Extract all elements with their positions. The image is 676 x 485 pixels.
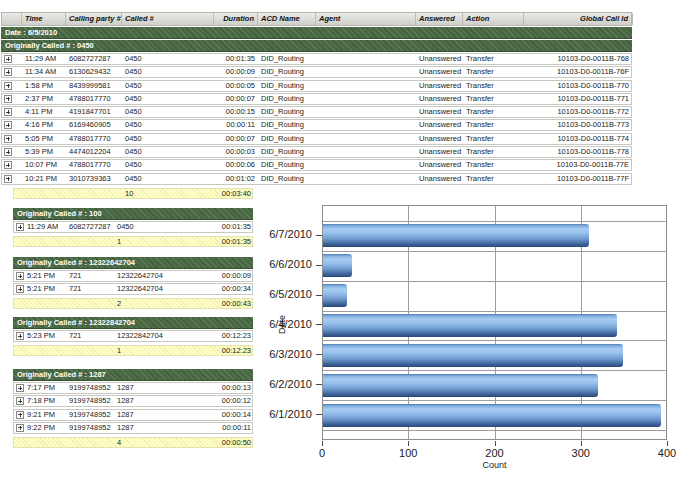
expand-cell xyxy=(2,160,22,170)
expand-icon[interactable] xyxy=(4,55,12,63)
expand-cell xyxy=(14,222,24,232)
cell-called: 1287 xyxy=(114,396,214,406)
expand-icon[interactable] xyxy=(16,424,24,432)
cell-duration: 00:00:15 xyxy=(214,107,258,117)
column-header-global-call-id: Global Call Id xyxy=(524,13,633,25)
cell-called: 0450 xyxy=(122,120,214,130)
cell-answered: Unanswered xyxy=(416,67,463,77)
cell-action: Transfer xyxy=(463,54,524,64)
cell-global-call-id: 10103-D0-0011B-76F xyxy=(524,67,633,77)
cell-agent xyxy=(316,67,416,77)
cell-agent xyxy=(316,174,416,184)
category-label-6-4-2010: 6/4/2010 xyxy=(240,318,312,331)
cell-called: 0450 xyxy=(122,94,214,104)
table-row: 9:21 PM9199748952128700:00:14 xyxy=(13,409,253,421)
horizontal-gridline xyxy=(323,430,666,431)
cell-calling-party: 4788017770 xyxy=(66,134,122,144)
table-row: 5:21 PM7211232264270400:00:09 xyxy=(13,270,253,282)
cell-called: 0450 xyxy=(122,160,214,170)
expand-icon[interactable] xyxy=(4,108,12,116)
summary-spacer xyxy=(14,299,114,308)
cell-action: Transfer xyxy=(463,67,524,77)
cell-acd-name: DID_Routing xyxy=(258,67,316,77)
cell-time: 5:05 PM xyxy=(22,134,66,144)
cell-calling-party: 9199748952 xyxy=(66,410,114,420)
bar-6-6-2010 xyxy=(323,254,352,277)
y-axis-tick xyxy=(316,324,322,325)
expand-cell xyxy=(14,284,24,294)
cell-duration: 00:00:07 xyxy=(214,94,258,104)
cell-global-call-id: 10103-D0-0011B-773 xyxy=(524,120,633,130)
expand-icon[interactable] xyxy=(4,68,12,76)
x-tick-label-0: 0 xyxy=(300,447,344,459)
cell-time: 5:23 PM xyxy=(24,331,66,341)
cell-time: 5:39 PM xyxy=(22,147,66,157)
cell-global-call-id: 10103-D0-0011B-772 xyxy=(524,107,633,117)
cell-calling-party: 9199748952 xyxy=(66,383,114,393)
expand-icon[interactable] xyxy=(4,161,12,169)
cell-called: 0450 xyxy=(122,107,214,117)
expand-icon[interactable] xyxy=(4,121,12,129)
cell-answered: Unanswered xyxy=(416,134,463,144)
cell-calling-party: 6082727287 xyxy=(66,222,114,232)
table-row: 11:29 AM6082727287045000:01:35 xyxy=(13,221,253,233)
cell-agent xyxy=(316,54,416,64)
expand-icon[interactable] xyxy=(4,135,12,143)
cell-time: 10:21 PM xyxy=(22,174,66,184)
cell-action: Transfer xyxy=(463,107,524,117)
group-summary-row: 400:00:50 xyxy=(13,437,253,448)
cell-duration: 00:01:35 xyxy=(214,54,258,64)
expand-icon[interactable] xyxy=(16,411,24,419)
horizontal-gridline xyxy=(323,281,666,282)
expand-icon[interactable] xyxy=(16,384,24,392)
cell-acd-name: DID_Routing xyxy=(258,54,316,64)
cell-time: 7:17 PM xyxy=(24,383,66,393)
expand-icon[interactable] xyxy=(16,332,24,340)
expand-cell xyxy=(2,134,22,144)
cell-agent xyxy=(316,134,416,144)
cell-duration: 00:00:07 xyxy=(214,134,258,144)
bar-6-5-2010 xyxy=(323,284,347,307)
column-header-answered: Answered xyxy=(416,13,463,25)
cell-duration: 00:00:11 xyxy=(214,120,258,130)
cell-calling-party: 9199748952 xyxy=(66,423,114,433)
x-tick-label-300: 300 xyxy=(559,447,603,459)
cell-called: 0450 xyxy=(122,147,214,157)
x-tick-label-100: 100 xyxy=(386,447,430,459)
y-axis-tick xyxy=(316,384,322,385)
cell-acd-name: DID_Routing xyxy=(258,120,316,130)
summary-call-count: 10 xyxy=(122,189,214,198)
called-group-band: Originally Called # : 1287 xyxy=(13,369,253,381)
cell-acd-name: DID_Routing xyxy=(258,160,316,170)
cell-agent xyxy=(316,160,416,170)
y-axis-tick xyxy=(316,354,322,355)
expand-icon[interactable] xyxy=(16,272,24,280)
group-table: Originally Called # : 12877:17 PM9199748… xyxy=(13,368,253,448)
expand-column-header xyxy=(2,13,22,25)
expand-icon[interactable] xyxy=(4,95,12,103)
expand-icon[interactable] xyxy=(16,285,24,293)
cell-global-call-id: 10103-D0-0011B-77E xyxy=(524,160,633,170)
cell-answered: Unanswered xyxy=(416,160,463,170)
chart-y-axis-title: Date xyxy=(277,315,287,334)
cell-time: 10:07 PM xyxy=(22,160,66,170)
category-label-6-5-2010: 6/5/2010 xyxy=(240,288,312,301)
x-axis-tick xyxy=(408,441,409,446)
expand-icon[interactable] xyxy=(4,175,12,183)
cell-time: 11:29 AM xyxy=(22,54,66,64)
table-row: 5:21 PM7211232264270400:00:34 xyxy=(13,283,253,295)
cell-calling-party: 721 xyxy=(66,331,114,341)
expand-icon[interactable] xyxy=(16,397,24,405)
expand-cell xyxy=(14,383,24,393)
expand-icon[interactable] xyxy=(16,223,24,231)
expand-icon[interactable] xyxy=(4,82,12,90)
cell-duration: 00:00:09 xyxy=(214,271,254,281)
cell-agent xyxy=(316,81,416,91)
cell-answered: Unanswered xyxy=(416,107,463,117)
expand-icon[interactable] xyxy=(4,148,12,156)
table-header-row: TimeCalling party #Called #DurationACD N… xyxy=(1,12,632,26)
x-axis-tick xyxy=(495,441,496,446)
bar-6-1-2010 xyxy=(323,404,661,427)
cell-called: 1287 xyxy=(114,383,214,393)
cell-answered: Unanswered xyxy=(416,81,463,91)
